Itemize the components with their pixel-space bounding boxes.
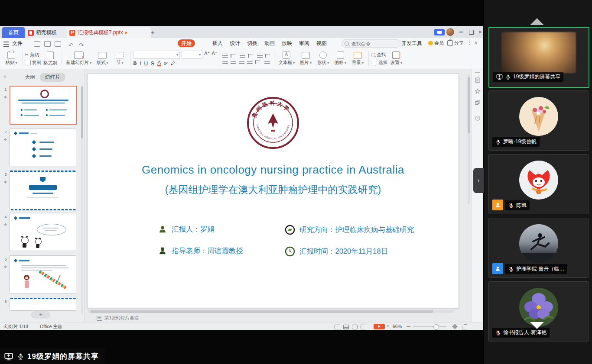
superscript-button[interactable]: x² bbox=[164, 61, 167, 66]
numbering-icon[interactable] bbox=[231, 54, 237, 58]
maximize-button[interactable] bbox=[468, 29, 475, 35]
paste-button[interactable]: 粘贴 ▾ bbox=[3, 48, 20, 69]
account-avatar[interactable] bbox=[446, 28, 454, 36]
image-button[interactable]: 图片 ▾ bbox=[297, 48, 314, 69]
scroll-up-icon[interactable] bbox=[530, 18, 544, 25]
command-search-box[interactable] bbox=[342, 39, 400, 48]
text-direction-icon[interactable] bbox=[264, 60, 270, 64]
reading-view-icon[interactable] bbox=[352, 325, 358, 329]
tab-home[interactable]: 首页 bbox=[2, 27, 25, 38]
section-button[interactable]: 节 ▾ bbox=[111, 48, 128, 69]
format-painter-button[interactable]: 格式刷 bbox=[41, 48, 59, 69]
select-button[interactable]: 选择 bbox=[371, 60, 387, 66]
redo-icon[interactable] bbox=[79, 41, 84, 45]
minimize-button[interactable] bbox=[458, 29, 465, 35]
font-increase-button[interactable]: A⁺ bbox=[204, 51, 210, 59]
font-family-select[interactable]: ▾ bbox=[133, 51, 180, 59]
layout-button[interactable]: 版式 ▾ bbox=[94, 48, 111, 69]
undo-icon[interactable] bbox=[68, 41, 74, 45]
slide-sorter-icon[interactable] bbox=[343, 325, 349, 329]
zoom-slider[interactable] bbox=[413, 326, 446, 327]
participant-tile[interactable]: 19级罗娟的屏幕共享 bbox=[488, 27, 589, 88]
horizontal-scrollbar[interactable] bbox=[88, 310, 454, 313]
ribbon-tab-view[interactable]: 视图 bbox=[313, 39, 330, 47]
slide-thumbnail-4[interactable] bbox=[10, 213, 76, 251]
underline-button[interactable]: U bbox=[144, 61, 148, 67]
distribute-icon[interactable] bbox=[255, 60, 262, 64]
tab-slides[interactable]: 幻灯片 bbox=[40, 73, 65, 82]
slide-thumbnail-6[interactable] bbox=[10, 298, 76, 311]
new-tab-button[interactable]: + bbox=[151, 29, 155, 36]
panel-scrollbar[interactable] bbox=[81, 85, 83, 314]
font-color-button[interactable]: A bbox=[157, 61, 161, 66]
tab-outline[interactable]: 大纲 bbox=[25, 74, 35, 81]
columns-icon[interactable] bbox=[265, 54, 272, 58]
align-right-icon[interactable] bbox=[239, 60, 244, 64]
textbox-button[interactable]: A 文本框 ▾ bbox=[276, 48, 297, 69]
tab-presentation-file[interactable]: P 汇报经典模板7.pptx bbox=[67, 27, 151, 38]
timer-icon[interactable] bbox=[475, 115, 481, 121]
font-size-select[interactable]: ▾ bbox=[182, 51, 202, 59]
ribbon-tab-review[interactable]: 审阅 bbox=[296, 39, 313, 47]
participant-tile[interactable]: 陈凯 bbox=[488, 154, 589, 214]
panel-collapse-icon[interactable]: « bbox=[3, 74, 6, 79]
file-menu[interactable]: 文件 bbox=[12, 40, 23, 47]
ribbon-tab-design[interactable]: 设计 bbox=[226, 39, 244, 47]
ribbon-tab-home[interactable]: 开始 bbox=[178, 39, 195, 47]
new-slide-button[interactable]: 新建幻灯片 ▾ bbox=[64, 48, 94, 69]
strikethrough-button[interactable]: S bbox=[151, 61, 154, 67]
tab-docer[interactable]: 稻壳模板 bbox=[26, 27, 69, 38]
share-button[interactable]: 分享 bbox=[447, 40, 464, 46]
slide-canvas[interactable]: 贵州医科大学 GUIZHOU MEDICAL UNIVERSITY Genomi… bbox=[87, 74, 459, 308]
main-menu-icon[interactable] bbox=[3, 42, 9, 47]
cut-button[interactable]: ✂剪切 bbox=[25, 52, 41, 58]
meeting-panel-handle[interactable]: › bbox=[473, 168, 484, 193]
fullscreen-icon[interactable] bbox=[462, 324, 467, 329]
export-icon[interactable] bbox=[55, 41, 61, 47]
slide-thumbnail-5[interactable] bbox=[10, 255, 76, 293]
normal-view-icon[interactable] bbox=[335, 325, 340, 329]
wps-sync-icon[interactable] bbox=[434, 29, 445, 35]
zoom-slider-knob[interactable] bbox=[433, 324, 439, 330]
play-options-caret[interactable]: ▾ bbox=[387, 324, 389, 328]
smart-beautify-icon[interactable] bbox=[475, 88, 481, 94]
background-button[interactable]: 背景 ▾ bbox=[349, 48, 366, 69]
ribbon-tab-insert[interactable]: 插入 bbox=[209, 39, 226, 47]
zoom-out-button[interactable] bbox=[407, 326, 410, 327]
scroll-down-icon[interactable] bbox=[530, 322, 544, 329]
line-spacing-icon[interactable] bbox=[257, 54, 263, 58]
save-icon[interactable] bbox=[34, 41, 40, 47]
add-slide-button[interactable]: + bbox=[31, 311, 50, 319]
object-layer-icon[interactable] bbox=[475, 100, 481, 106]
participant-tile[interactable]: 罗晰-19级曾帆 bbox=[488, 90, 589, 151]
align-justify-icon[interactable] bbox=[247, 60, 253, 64]
command-search-input[interactable] bbox=[351, 41, 391, 47]
ribbon-tab-devtools[interactable]: 开发工具 bbox=[398, 39, 426, 47]
bullets-icon[interactable] bbox=[222, 54, 228, 58]
highlight-button[interactable]: 🖍 bbox=[171, 61, 175, 66]
slide-thumbnail-1[interactable] bbox=[10, 86, 77, 125]
settings-button[interactable]: 设置 ▾ bbox=[387, 48, 405, 69]
indent-decrease-icon[interactable] bbox=[240, 54, 245, 58]
slide-thumbnail-3[interactable] bbox=[10, 171, 76, 210]
ribbon-tab-animation[interactable]: 动画 bbox=[261, 39, 278, 47]
vertical-scrollbar[interactable] bbox=[468, 74, 470, 204]
notes-bar[interactable]: 第1张幻灯片备注 bbox=[85, 314, 472, 322]
rail-handle-icon[interactable] bbox=[475, 72, 480, 73]
shapes-button[interactable]: 形状 ▾ bbox=[314, 48, 332, 69]
participant-tile[interactable]: 护理学院 曾丹（临… bbox=[488, 218, 589, 278]
indent-increase-icon[interactable] bbox=[248, 54, 254, 58]
properties-pane-icon[interactable] bbox=[475, 77, 481, 83]
ribbon-collapse-button[interactable]: ∧ bbox=[474, 40, 478, 45]
bold-button[interactable]: B bbox=[133, 60, 137, 67]
ribbon-tab-transition[interactable]: 切换 bbox=[244, 39, 261, 47]
play-slideshow-button[interactable] bbox=[374, 324, 385, 329]
member-button[interactable]: 会员 bbox=[428, 40, 444, 46]
font-decrease-button[interactable]: A⁻ bbox=[211, 51, 217, 59]
theme-name[interactable]: Office 主题 bbox=[40, 324, 62, 330]
italic-button[interactable]: I bbox=[140, 61, 141, 67]
print-icon[interactable] bbox=[44, 41, 51, 47]
slide-thumbnail-2[interactable] bbox=[10, 128, 76, 166]
participant-tile[interactable]: 徐书报告人·蒋泽艳 bbox=[488, 281, 589, 341]
align-left-icon[interactable] bbox=[222, 60, 228, 64]
